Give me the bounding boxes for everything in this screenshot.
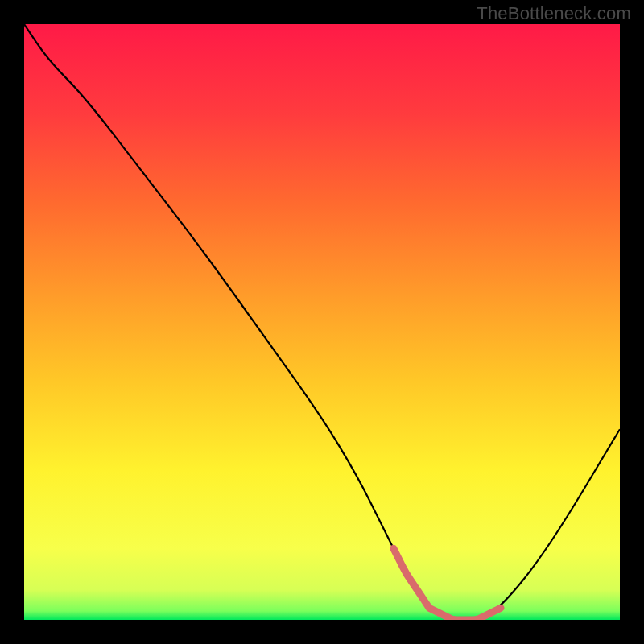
chart-frame: TheBottleneck.com — [0, 0, 644, 644]
bottleneck-curve — [24, 24, 620, 620]
optimal-range-marker — [394, 548, 501, 620]
watermark-text: TheBottleneck.com — [477, 3, 631, 24]
curve-layer — [24, 24, 620, 620]
plot-area — [24, 24, 620, 620]
